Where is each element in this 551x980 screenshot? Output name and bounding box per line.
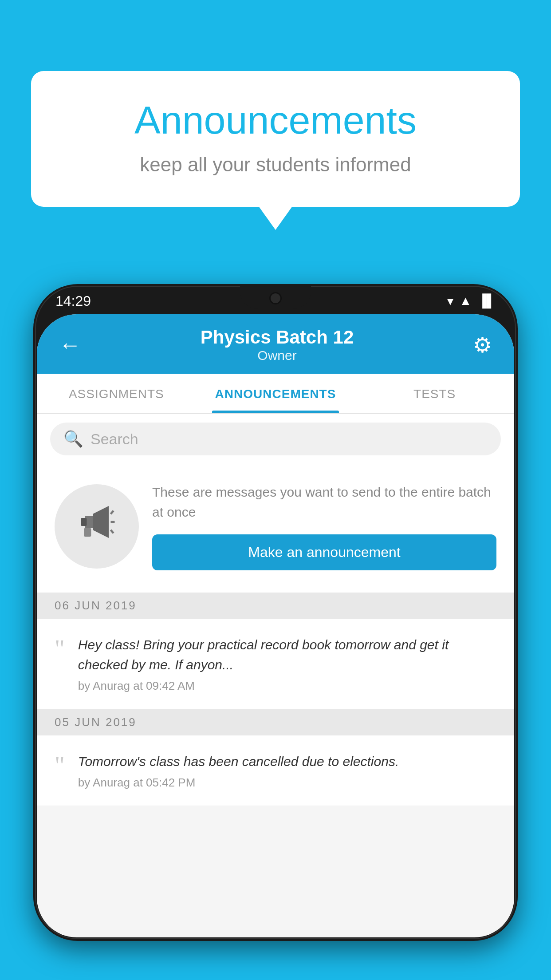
svg-marker-1 xyxy=(93,506,109,538)
svg-line-5 xyxy=(111,530,114,533)
quote-icon-1: " xyxy=(55,636,65,661)
promo-description: These are messages you want to send to t… xyxy=(152,482,496,522)
announcement-text-2: Tomorrow's class has been cancelled due … xyxy=(78,751,496,771)
tab-tests[interactable]: TESTS xyxy=(355,374,514,413)
promo-icon-circle xyxy=(55,484,139,569)
status-icons: ▾ ▲ ▐▌ xyxy=(447,294,496,308)
announcement-item-2[interactable]: " Tomorrow's class has been cancelled du… xyxy=(37,735,514,806)
phone-container: 14:29 ▾ ▲ ▐▌ ← Physics Batch 12 Owner ⚙ … xyxy=(33,284,518,980)
tabs-bar: ASSIGNMENTS ANNOUNCEMENTS TESTS xyxy=(37,374,514,414)
date-separator-1: 06 JUN 2019 xyxy=(37,593,514,619)
announcement-author-1: by Anurag at 09:42 AM xyxy=(78,679,496,693)
speech-bubble: Announcements keep all your students inf… xyxy=(31,71,520,207)
back-button[interactable]: ← xyxy=(59,332,81,358)
quote-icon-2: " xyxy=(55,753,65,778)
phone-notch xyxy=(240,284,311,309)
promo-card: These are messages you want to send to t… xyxy=(37,464,514,593)
app-header: ← Physics Batch 12 Owner ⚙ xyxy=(37,314,514,374)
camera-dot xyxy=(269,292,282,304)
svg-rect-6 xyxy=(84,528,91,537)
signal-icon: ▲ xyxy=(460,294,472,308)
search-input-wrapper[interactable]: 🔍 Search xyxy=(50,423,501,455)
promo-text-group: These are messages you want to send to t… xyxy=(152,482,496,570)
status-time: 14:29 xyxy=(55,293,91,309)
tab-announcements[interactable]: ANNOUNCEMENTS xyxy=(196,374,355,413)
date-separator-2: 05 JUN 2019 xyxy=(37,709,514,735)
battery-icon: ▐▌ xyxy=(478,294,496,308)
batch-title: Physics Batch 12 xyxy=(81,327,473,348)
search-icon: 🔍 xyxy=(63,430,83,448)
phone-frame: 14:29 ▾ ▲ ▐▌ ← Physics Batch 12 Owner ⚙ … xyxy=(33,284,518,941)
speech-bubble-container: Announcements keep all your students inf… xyxy=(31,71,520,207)
make-announcement-button[interactable]: Make an announcement xyxy=(152,534,496,570)
announcement-content-1: Hey class! Bring your practical record b… xyxy=(78,635,496,693)
app-screen: ← Physics Batch 12 Owner ⚙ ASSIGNMENTS A… xyxy=(37,314,514,937)
settings-button[interactable]: ⚙ xyxy=(473,332,492,357)
wifi-icon: ▾ xyxy=(447,294,453,308)
batch-role: Owner xyxy=(81,348,473,363)
search-input[interactable]: Search xyxy=(91,431,138,448)
svg-rect-2 xyxy=(81,518,87,526)
announcement-text-1: Hey class! Bring your practical record b… xyxy=(78,635,496,675)
announcement-author-2: by Anurag at 05:42 PM xyxy=(78,776,496,790)
search-container: 🔍 Search xyxy=(37,414,514,464)
app-subtitle: keep all your students informed xyxy=(67,154,484,176)
megaphone-icon xyxy=(77,502,117,550)
svg-line-3 xyxy=(111,511,114,514)
app-title: Announcements xyxy=(67,98,484,143)
tab-assignments[interactable]: ASSIGNMENTS xyxy=(37,374,196,413)
announcement-content-2: Tomorrow's class has been cancelled due … xyxy=(78,751,496,790)
announcement-item-1[interactable]: " Hey class! Bring your practical record… xyxy=(37,619,514,709)
header-title-group: Physics Batch 12 Owner xyxy=(81,327,473,363)
